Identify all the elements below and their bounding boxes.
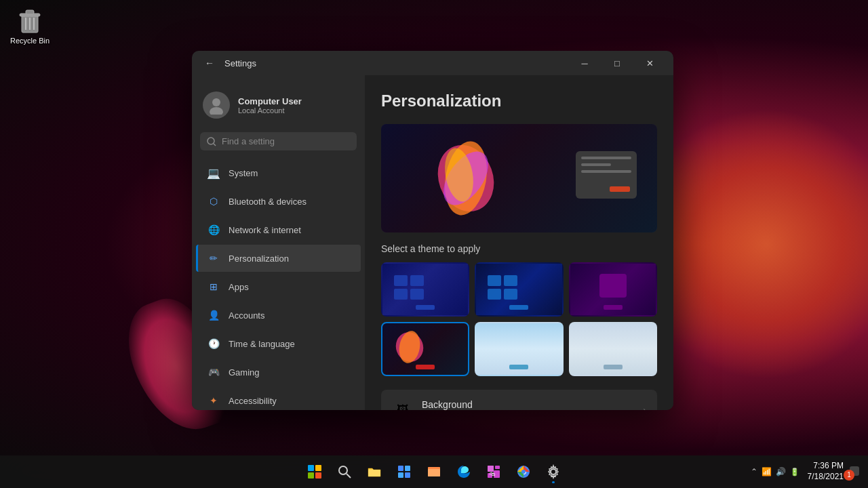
notification-center[interactable]: 1 [849, 466, 860, 479]
svg-rect-14 [394, 275, 408, 286]
chevron-up-icon[interactable]: ⌃ [751, 467, 757, 476]
taskbar-store-icon: 🛍 [486, 464, 501, 479]
search-box[interactable] [200, 132, 357, 150]
user-section[interactable]: Computer User Local Account [192, 86, 365, 129]
network-tray-icon[interactable]: 📶 [762, 467, 772, 476]
svg-rect-25 [315, 465, 321, 471]
taskbar-widgets-button[interactable] [391, 458, 418, 485]
svg-rect-19 [504, 275, 517, 286]
accounts-icon: 👤 [207, 308, 220, 322]
recycle-bin-label: Recycle Bin [10, 37, 50, 45]
svg-rect-24 [308, 465, 314, 471]
close-button[interactable]: ✕ [634, 52, 665, 74]
start-icon [307, 464, 323, 480]
sidebar-item-accessibility[interactable]: ✦ Accessibility [196, 387, 361, 410]
window-controls: ─ □ ✕ [569, 52, 665, 74]
svg-rect-34 [405, 472, 410, 478]
sidebar-item-network[interactable]: 🌐 Network & internet [196, 216, 361, 243]
sidebar-item-accounts[interactable]: 👤 Accounts [196, 302, 361, 329]
maximize-button[interactable]: □ [601, 52, 633, 74]
taskbar-clock[interactable]: 7:36 PM 7/18/2021 [808, 461, 844, 482]
background-settings-item[interactable]: 🖼 Background Background image, color, sl… [381, 390, 657, 410]
svg-point-28 [339, 466, 347, 474]
svg-rect-36 [428, 469, 440, 476]
taskbar-chrome-icon [516, 464, 531, 479]
sidebar-item-bluetooth[interactable]: ⬡ Bluetooth & devices [196, 188, 361, 215]
taskbar-files-button[interactable] [420, 458, 448, 485]
apps-icon: ⊞ [207, 280, 220, 293]
svg-point-23 [397, 330, 422, 364]
sidebar-item-personalization[interactable]: ✏ Personalization [196, 245, 361, 272]
taskbar: 🛍 ⌃ 📶 🔊 � [0, 455, 868, 488]
taskbar-store-button[interactable]: 🛍 [480, 458, 507, 485]
taskbar-search-button[interactable] [331, 458, 358, 485]
svg-rect-26 [308, 472, 314, 479]
recycle-bin[interactable]: Recycle Bin [10, 7, 50, 45]
svg-line-9 [214, 144, 216, 146]
theme-preview-banner [381, 124, 657, 232]
dialog-lines [581, 157, 631, 173]
sidebar-item-label: Accounts [229, 310, 264, 321]
user-info: Computer User Local Account [238, 96, 302, 115]
theme-preview-content [381, 124, 657, 232]
sidebar-item-label: Apps [229, 282, 249, 292]
taskbar-explorer-button[interactable] [361, 458, 388, 485]
title-bar: ← Settings ─ □ ✕ [192, 51, 673, 75]
sidebar-item-label: Network & internet [229, 225, 301, 235]
taskbar-system-icons: ⌃ 📶 🔊 🔋 [751, 467, 800, 476]
clock-date: 7/18/2021 [808, 472, 844, 483]
taskbar-settings-button[interactable] [540, 458, 567, 485]
user-name: Computer User [238, 96, 302, 106]
start-button[interactable] [301, 458, 328, 485]
theme-item-1[interactable] [381, 262, 469, 317]
theme-selector-label: Select a theme to apply [381, 243, 657, 254]
taskbar-center: 🛍 [301, 458, 567, 485]
back-arrow-icon: ← [205, 58, 214, 68]
svg-text:🛍: 🛍 [490, 471, 495, 477]
dialog-button [610, 186, 630, 192]
settings-window: ← Settings ─ □ ✕ [192, 51, 673, 410]
theme-item-6[interactable] [569, 322, 657, 376]
main-content: Personalization [365, 75, 673, 410]
volume-icon[interactable]: 🔊 [776, 467, 786, 476]
theme-item-4[interactable] [381, 322, 469, 376]
dialog-line-3 [581, 170, 631, 173]
search-input[interactable] [222, 136, 350, 146]
theme-item-2[interactable] [475, 262, 563, 317]
personalization-icon: ✏ [207, 251, 220, 265]
svg-point-8 [208, 138, 214, 144]
svg-rect-17 [410, 289, 424, 300]
dialog-line-2 [581, 163, 611, 166]
maximize-icon: □ [614, 58, 620, 68]
sidebar-item-apps[interactable]: ⊞ Apps [196, 273, 361, 300]
close-icon: ✕ [646, 58, 654, 68]
taskbar-edge-button[interactable] [450, 458, 477, 485]
taskbar-search-icon [337, 464, 352, 479]
sidebar-item-label: Accessibility [229, 396, 277, 406]
theme-item-5[interactable] [475, 322, 563, 376]
svg-rect-20 [488, 289, 501, 300]
clock-time: 7:36 PM [813, 461, 844, 472]
svg-rect-31 [398, 466, 403, 471]
settings-body: Computer User Local Account 💻 System ⬡ B… [192, 75, 673, 410]
network-icon: 🌐 [207, 223, 220, 237]
search-icon [207, 137, 216, 146]
taskbar-widgets-icon [397, 464, 412, 479]
theme-item-3[interactable] [569, 262, 657, 317]
sidebar-item-time[interactable]: 🕐 Time & language [196, 330, 361, 357]
sidebar-item-gaming[interactable]: 🎮 Gaming [196, 359, 361, 386]
taskbar-chrome-button[interactable] [510, 458, 537, 485]
battery-icon[interactable]: 🔋 [790, 468, 800, 476]
dialog-line-1 [581, 157, 631, 159]
back-button[interactable]: ← [200, 54, 219, 73]
sidebar-item-label: Time & language [229, 339, 295, 349]
svg-rect-38 [495, 466, 500, 469]
taskbar-files-icon [427, 464, 441, 479]
theme2-logo [486, 274, 520, 301]
recycle-bin-icon [16, 7, 43, 34]
sidebar-item-label: Personalization [229, 253, 289, 264]
minimize-button[interactable]: ─ [569, 52, 600, 74]
svg-rect-18 [488, 275, 501, 286]
sidebar-item-system[interactable]: 💻 System [196, 159, 361, 186]
theme4-shape [389, 330, 430, 364]
